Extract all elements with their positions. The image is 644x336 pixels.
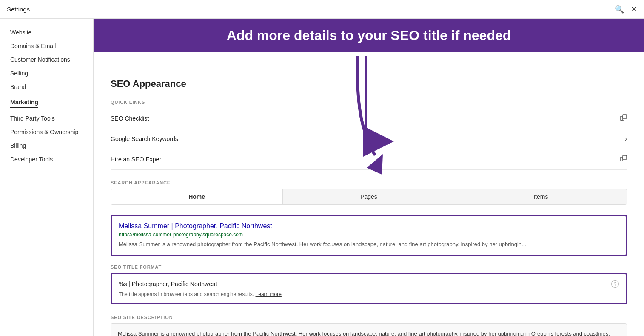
search-appearance-label: SEARCH APPEARANCE (111, 180, 627, 185)
seo-title-format-label: SEO TITLE FORMAT (111, 264, 627, 270)
seo-title-hint: The title appears in browser tabs and se… (119, 291, 619, 297)
seo-checklist-label: SEO Checklist (111, 115, 149, 122)
sidebar: Website Domains & Email Customer Notific… (0, 19, 94, 336)
seo-title-value[interactable]: %s | Photographer, Pacific Northwest (119, 281, 217, 287)
seo-title-box: %s | Photographer, Pacific Northwest ? T… (111, 273, 627, 304)
seo-page-title: SEO Appearance (111, 78, 627, 89)
quick-link-hire-expert[interactable]: Hire an SEO Expert (111, 149, 627, 170)
seo-title-format-section: SEO TITLE FORMAT %s | Photographer, Paci… (111, 264, 627, 304)
quick-links-label: QUICK LINKS (111, 100, 627, 105)
seo-preview-card: Melissa Summer | Photographer, Pacific N… (111, 215, 627, 256)
preview-description: Melissa Summer is a renowned photographe… (119, 240, 619, 249)
settings-title: Settings (7, 6, 30, 13)
sidebar-item-brand[interactable]: Brand (0, 80, 93, 94)
search-appearance-section: SEARCH APPEARANCE Home Pages Items (111, 180, 627, 205)
content-area: Add more details to your SEO title if ne… (94, 19, 644, 336)
seo-site-description-section: SEO SITE DESCRIPTION Melissa Summer is a… (111, 315, 627, 336)
sidebar-item-developer-tools[interactable]: Developer Tools (0, 152, 93, 166)
svg-rect-3 (623, 155, 627, 159)
sidebar-item-permissions-ownership[interactable]: Permissions & Ownership (0, 125, 93, 139)
quick-links-section: QUICK LINKS SEO Checklist Google Search … (111, 100, 627, 170)
quick-link-seo-checklist[interactable]: SEO Checklist (111, 108, 627, 129)
seo-desc-box: Melissa Summer is a renowned photographe… (111, 323, 627, 336)
tooltip-text: Add more details to your SEO title if ne… (227, 28, 511, 43)
tab-items[interactable]: Items (455, 189, 627, 204)
svg-rect-2 (623, 115, 627, 118)
tabs-row: Home Pages Items (111, 189, 627, 205)
seo-desc-text[interactable]: Melissa Summer is a renowned photographe… (118, 330, 620, 336)
tooltip-banner: Add more details to your SEO title if ne… (94, 19, 644, 52)
sidebar-item-website[interactable]: Website (0, 26, 93, 39)
hire-expert-label: Hire an SEO Expert (111, 156, 163, 163)
sidebar-item-domains-email[interactable]: Domains & Email (0, 39, 93, 53)
learn-more-link[interactable]: Learn more (256, 291, 282, 297)
tab-home[interactable]: Home (111, 189, 283, 204)
top-bar: Settings 🔍 ✕ (0, 0, 644, 19)
preview-title: Melissa Summer | Photographer, Pacific N… (119, 222, 619, 230)
sidebar-item-third-party-tools[interactable]: Third Party Tools (0, 112, 93, 125)
tab-pages[interactable]: Pages (283, 189, 455, 204)
main-layout: Website Domains & Email Customer Notific… (0, 19, 644, 336)
top-bar-actions: 🔍 ✕ (615, 5, 637, 14)
external-link-icon-2 (620, 155, 627, 164)
google-search-label: Google Search Keywords (111, 135, 178, 142)
seo-title-input-row: %s | Photographer, Pacific Northwest ? (119, 280, 619, 288)
preview-url: https://melissa-summer-photography.squar… (119, 232, 619, 238)
sidebar-item-selling[interactable]: Selling (0, 66, 93, 80)
help-icon[interactable]: ? (611, 280, 619, 288)
sidebar-item-billing[interactable]: Billing (0, 139, 93, 152)
sidebar-item-marketing[interactable]: Marketing (10, 97, 38, 108)
external-link-icon-1 (620, 114, 627, 123)
seo-desc-label: SEO SITE DESCRIPTION (111, 315, 627, 320)
chevron-right-icon: › (625, 135, 627, 143)
sidebar-item-customer-notifications[interactable]: Customer Notifications (0, 53, 93, 66)
close-icon[interactable]: ✕ (631, 5, 637, 14)
seo-content: SEO Appearance QUICK LINKS SEO Checklist… (94, 70, 644, 336)
search-icon[interactable]: 🔍 (615, 5, 624, 14)
quick-link-google-search[interactable]: Google Search Keywords › (111, 129, 627, 149)
